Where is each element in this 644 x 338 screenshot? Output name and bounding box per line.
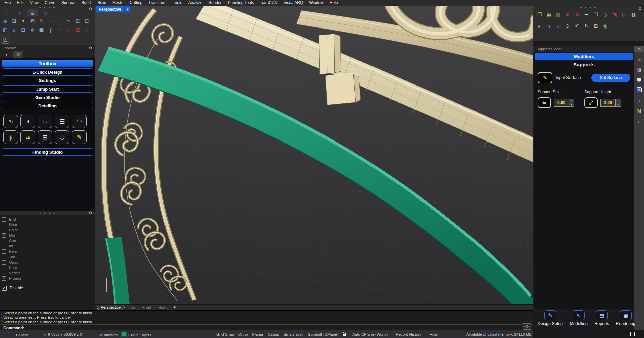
engrave-icon[interactable]: ✎ <box>72 130 87 144</box>
zoom-extents-icon[interactable]: ⊙ <box>563 22 572 30</box>
viewport-tab[interactable]: + <box>171 305 178 310</box>
surface-sheet-icon[interactable]: ◇ <box>601 11 609 19</box>
scroll-up-icon[interactable]: ▲ <box>523 324 531 327</box>
osnap-checkbox[interactable]: ✓ End <box>0 217 95 222</box>
support-height-input[interactable]: 2.00 <box>600 99 616 107</box>
toolbox-button[interactable]: 1-Click Design <box>2 68 93 76</box>
chevron-down-icon[interactable]: ▼ <box>125 6 130 12</box>
checkbox[interactable]: ✓ <box>2 255 6 259</box>
solid-red-icon[interactable]: ⬔ <box>610 11 619 19</box>
render-sphere-icon[interactable]: ◕ <box>638 98 640 103</box>
checkbox[interactable]: ✓ <box>2 249 6 254</box>
solid-tools-tab-icon[interactable]: ⬓ <box>27 9 38 16</box>
explode-icon[interactable]: ↯ <box>37 17 46 25</box>
osnap-checkbox[interactable]: ✓ Vertex <box>0 270 95 276</box>
tray-icon[interactable] <box>630 330 635 338</box>
menu-item[interactable]: Surface <box>58 0 78 6</box>
curve-tools-tab-icon[interactable]: ∿ <box>2 9 12 16</box>
checkbox[interactable]: ✓ <box>2 276 6 281</box>
rendering-button[interactable]: ▣ Rendering <box>616 310 635 329</box>
offset-icon[interactable]: ⊟ <box>83 17 91 25</box>
osnap-checkbox[interactable]: ✓ Project <box>0 276 95 281</box>
history-grid-icon[interactable]: ▦ <box>73 26 82 34</box>
extrude-icon[interactable]: ⬗ <box>1 17 9 25</box>
checkbox[interactable]: ✓ <box>2 260 6 265</box>
osnap-checkbox[interactable]: ✓ Knot <box>0 265 95 270</box>
surface-corner-icon[interactable]: ◩ <box>28 17 37 25</box>
surface-tools-tab-icon[interactable]: ◖ <box>14 9 25 16</box>
disable-checkbox[interactable]: ✓ Disable <box>0 285 95 291</box>
picture-frame-icon[interactable]: ▣ <box>37 26 46 34</box>
spinner-up-icon[interactable]: ▲ <box>616 99 621 103</box>
osnap-checkbox[interactable]: ✓ Int <box>0 243 95 249</box>
status-toggle[interactable]: Ortho <box>238 332 248 337</box>
menu-item[interactable]: Tools <box>170 0 185 6</box>
menu-item[interactable]: VisualARQ <box>281 0 306 6</box>
dock-handle[interactable]: ● ● ● ● <box>0 6 95 9</box>
viewport-tab[interactable]: Front <box>139 305 155 310</box>
menu-item[interactable]: Analyze <box>185 0 206 6</box>
blend-icon[interactable]: ∫ <box>46 26 55 34</box>
clip-plane-icon[interactable]: ◫ <box>620 11 628 19</box>
menu-item[interactable]: Edit <box>14 0 27 6</box>
viewport-title-dropdown[interactable]: Perspective ▼ <box>96 6 130 12</box>
rotate-view-icon[interactable]: ↻ <box>582 22 591 30</box>
status-toggle[interactable]: Planar <box>252 332 263 337</box>
osnap-checkbox[interactable]: ✓ Cen <box>0 238 95 243</box>
globe-icon[interactable]: ◍ <box>629 11 638 19</box>
flow-icon[interactable]: ≈ <box>55 26 64 34</box>
ladder-rail-icon[interactable]: ☰ <box>55 115 69 128</box>
menu-item[interactable]: TiaraCAD <box>257 0 280 6</box>
status-toggle[interactable]: Filter <box>429 332 438 337</box>
vray-shield-icon[interactable]: ❖ <box>637 57 641 63</box>
materials-icon[interactable]: M <box>637 108 641 114</box>
osnap-checkbox[interactable]: ✓ Mid <box>0 233 95 238</box>
osnap-checkbox[interactable]: ✓ Perp <box>0 249 95 254</box>
boolean-icon[interactable]: ✦ <box>19 17 28 25</box>
gear-icon[interactable]: ⚙ <box>89 46 92 50</box>
checkbox[interactable]: ✓ <box>2 271 6 275</box>
shaded-view-icon[interactable]: ◐ <box>535 22 544 30</box>
slab-icon[interactable]: ◪ <box>10 17 18 25</box>
status-toggle[interactable]: SmartTrack <box>284 332 303 337</box>
spinner-up-icon[interactable]: ▲ <box>569 99 574 103</box>
menu-item[interactable]: Transform <box>145 0 169 6</box>
osnap-checkbox[interactable]: ✓ Point <box>0 227 95 233</box>
gear-icon[interactable]: ⚙ <box>637 47 641 51</box>
toolbox-button[interactable]: Settings <box>2 77 93 84</box>
menu-item[interactable]: Solid <box>94 0 109 6</box>
status-toggle[interactable]: Gumball (CPlane) <box>308 332 338 337</box>
checkbox[interactable]: ✓ <box>2 233 6 238</box>
toolbox-button[interactable]: Jump Start <box>2 85 93 93</box>
status-toggle[interactable]: Auto CPlane (World) <box>352 332 388 337</box>
status-toggle[interactable]: Grid Snap <box>216 332 234 337</box>
command-prompt[interactable]: Command: <box>0 324 533 331</box>
set-surface-button[interactable]: Set Surface <box>591 74 630 82</box>
checkbox[interactable]: ✓ <box>2 286 7 291</box>
gem-grid-icon[interactable]: ⊞ <box>38 130 52 144</box>
cage-edit-icon[interactable]: ⊡ <box>19 26 28 34</box>
group-icon[interactable]: ∴ <box>46 17 55 25</box>
patch-icon[interactable]: ⬖ <box>28 26 37 34</box>
viewport-tab[interactable]: Perspective <box>97 305 125 310</box>
osnap-checkbox[interactable]: ✓ Tan <box>0 254 95 260</box>
color-wheel-icon[interactable] <box>637 68 641 72</box>
gear-icon[interactable]: ⚙ <box>89 7 92 11</box>
save-icon[interactable]: ▦ <box>545 11 553 19</box>
help-icon[interactable]: ? <box>637 87 642 92</box>
pipe-icon[interactable]: ‖ <box>64 26 73 34</box>
extrude-curve-icon[interactable]: ◰ <box>1 35 10 44</box>
scroll-curve-icon[interactable]: ∿ <box>3 115 18 128</box>
ungroup-icon[interactable]: ∵ <box>55 17 64 25</box>
ring-icon[interactable]: ○ <box>638 119 640 124</box>
gear-icon[interactable]: ⚙ <box>89 211 92 215</box>
units-menu[interactable]: Millimeters <box>99 330 118 338</box>
screenshot-icon[interactable]: ▩ <box>554 11 562 19</box>
viewport-tab[interactable]: Right <box>155 305 171 310</box>
status-toggle[interactable]: Record History <box>396 332 421 337</box>
display-color-icon[interactable]: ◉ <box>601 22 609 30</box>
checkbox[interactable]: ✓ <box>2 239 6 243</box>
status-toggle[interactable]: Osnap <box>268 332 279 337</box>
mesh-tools-tab-icon[interactable]: ◇ <box>40 9 51 16</box>
modelling-button[interactable]: ↖ Modelling <box>569 310 588 329</box>
